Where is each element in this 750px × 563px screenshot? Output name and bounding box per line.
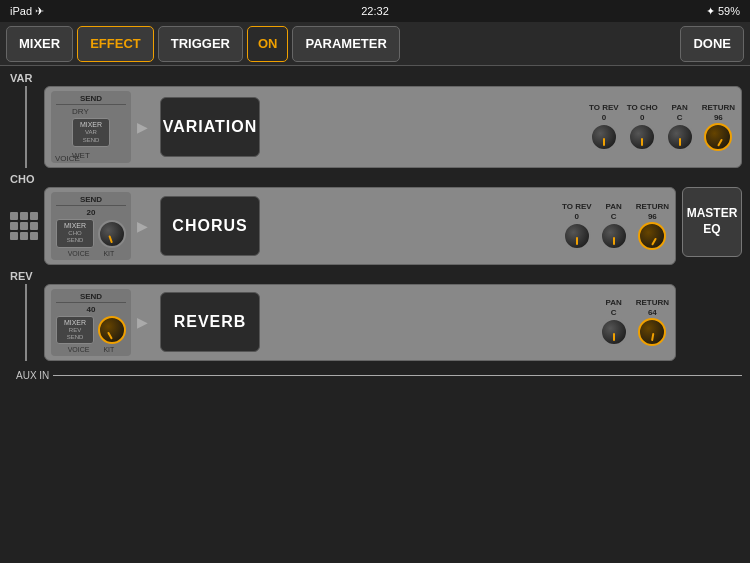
cho-left-side [8,187,44,265]
cho-effect-box[interactable]: CHORUS [160,196,260,256]
rev-effect-box[interactable]: REVERB [160,292,260,352]
rev-arrow: ▶ [137,314,148,330]
cho-send-label: SEND [56,195,126,206]
var-knob-1[interactable] [628,123,656,151]
effect-button[interactable]: EFFECT [77,26,154,62]
cho-panel-content: SEND 20 MIXER CHO SEND [51,192,669,260]
cho-arrow: ▶ [137,218,148,234]
rev-section: REV SEND 40 MIXER RE [8,270,742,362]
cho-send-knob-wrap [98,220,126,248]
rev-panel-content: SEND 40 MIXER REV SEND [51,289,669,357]
rev-row: SEND 40 MIXER REV SEND [8,284,742,362]
var-effect-box[interactable]: VARIATION [160,97,260,157]
cho-panel: SEND 20 MIXER CHO SEND [44,187,676,265]
cho-ctrl-0: TO REV 0 [562,202,592,250]
var-section: VAR SEND DRY MIXER VAR SEND [8,72,742,168]
var-ctrl-0: TO REV 0 [589,103,619,151]
rev-controls: PAN C RETURN 64 [600,298,669,346]
var-knob-0[interactable] [590,123,618,151]
cho-label: CHO [10,173,742,185]
cho-knob-2[interactable] [638,222,666,250]
rev-knob-1[interactable] [638,318,666,346]
rev-send-label: SEND [56,292,126,303]
cho-knob-1[interactable] [600,222,628,250]
mixer-button[interactable]: MIXER [6,26,73,62]
rev-label: REV [10,270,742,282]
var-controls: TO REV 0 TO CHO 0 [589,103,735,151]
rev-send-knob-wrap [98,316,126,344]
aux-in-label: AUX IN [16,370,49,381]
rev-ctrl-1: RETURN 64 [636,298,669,346]
status-right: ✦ 59% [706,5,740,18]
var-panel-content: SEND DRY MIXER VAR SEND WET ▶ [51,91,735,163]
status-bar: iPad ✈ 22:32 ✦ 59% [0,0,750,22]
master-eq-button[interactable]: MASTER EQ [682,187,742,257]
cho-row: SEND 20 MIXER CHO SEND [8,187,742,265]
cho-ctrl-2: RETURN 96 [636,202,669,250]
cho-send-section: SEND 20 MIXER CHO SEND [51,192,131,260]
on-button[interactable]: ON [247,26,289,62]
cho-ctrl-1: PAN C [600,202,628,250]
top-nav: MIXER EFFECT TRIGGER ON PARAMETER DONE [0,22,750,66]
var-arrow: ▶ [137,119,148,135]
cho-section: CHO [8,173,742,265]
var-voice-label: VOICE [55,154,80,163]
rev-panel: SEND 40 MIXER REV SEND [44,284,676,362]
rev-voice-label: VOICE [68,346,90,353]
var-row: SEND DRY MIXER VAR SEND WET ▶ [8,86,742,168]
var-ctrl-3: RETURN 96 [702,103,735,151]
rev-send-knob[interactable] [98,316,126,344]
var-dry-label: DRY [72,107,89,116]
rev-right-spacer [676,284,742,362]
main-content: VAR SEND DRY MIXER VAR SEND [0,66,750,563]
trigger-button[interactable]: TRIGGER [158,26,243,62]
status-left: iPad ✈ [10,5,44,18]
cho-mixer-button[interactable]: MIXER CHO SEND [56,219,94,248]
var-left-connector [8,86,44,168]
rev-kit-label: KIT [103,346,114,353]
cho-kit-label: KIT [103,250,114,257]
rev-mixer-button[interactable]: MIXER REV SEND [56,316,94,345]
rev-left-side [8,284,44,362]
var-ctrl-1: TO CHO 0 [627,103,658,151]
rev-send-section: SEND 40 MIXER REV SEND [51,289,131,357]
rev-ctrl-0: PAN C [600,298,628,346]
done-button[interactable]: DONE [680,26,744,62]
rev-knob-0[interactable] [600,318,628,346]
cho-send-knob[interactable] [98,220,126,248]
var-ctrl-2: PAN C [666,103,694,151]
var-mixer-button[interactable]: MIXER VAR SEND [72,118,110,147]
parameter-button[interactable]: PARAMETER [292,26,399,62]
var-send-section: SEND DRY MIXER VAR SEND WET [51,91,131,163]
var-send-label: SEND [56,94,126,105]
status-center: 22:32 [361,5,389,17]
var-knob-2[interactable] [666,123,694,151]
grid-icon[interactable] [10,212,38,240]
aux-in-bar: AUX IN [8,366,742,384]
cho-controls: TO REV 0 PAN C [562,202,669,250]
cho-voice-label: VOICE [68,250,90,257]
aux-in-line [53,375,742,376]
var-label: VAR [10,72,742,84]
var-panel: SEND DRY MIXER VAR SEND WET ▶ [44,86,742,168]
var-knob-3[interactable] [704,123,732,151]
cho-knob-0[interactable] [563,222,591,250]
